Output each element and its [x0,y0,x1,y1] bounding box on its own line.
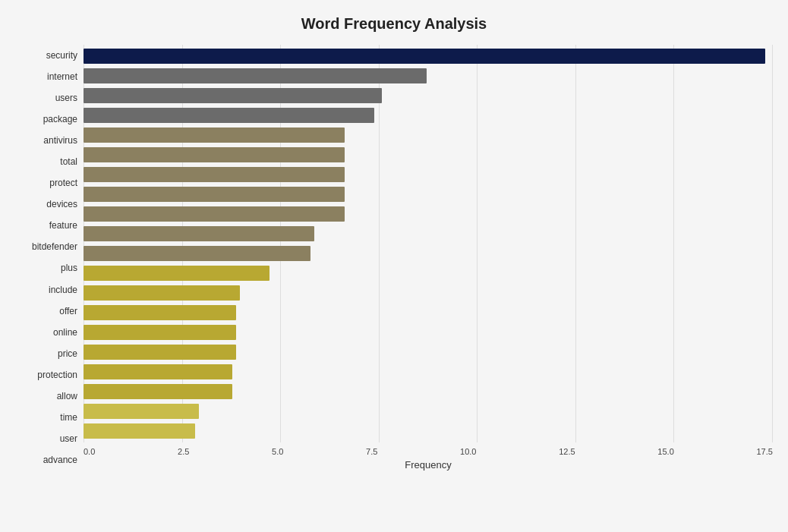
bar-row [84,185,773,203]
y-labels: securityinternetuserspackageantivirustot… [15,45,84,471]
bar [84,226,314,241]
x-axis-label: Frequency [84,459,773,471]
bar-row [84,304,773,322]
bar [84,285,240,301]
y-label: feature [15,215,77,236]
bar [84,325,236,340]
y-label: include [15,279,77,301]
bar-row [84,225,773,243]
y-label: user [15,428,77,449]
x-tick: 12.5 [559,447,575,456]
bar [84,384,232,399]
bar-row [84,244,773,263]
bar [84,187,345,202]
bar [84,423,195,439]
bar [84,88,382,103]
y-label: internet [15,66,77,87]
x-tick: 10.0 [460,447,476,456]
bar-row [84,126,773,144]
bar-row [84,382,773,401]
chart-area: securityinternetuserspackageantivirustot… [15,45,773,471]
x-tick: 15.0 [657,447,673,456]
bar [84,305,236,320]
bar-row [84,87,773,105]
y-label: users [15,87,77,109]
bar [84,127,345,143]
bar-row [84,402,773,420]
x-axis: 0.02.55.07.510.012.515.017.5 [84,447,773,456]
y-label: total [15,151,77,172]
bar [84,404,199,419]
bar [84,364,232,379]
y-label: protection [15,364,77,386]
chart-title: Word Frequency Analysis [15,15,773,33]
bar [84,147,345,162]
y-label: online [15,322,77,343]
bar [84,49,765,64]
y-label: bitdefender [15,236,77,257]
y-label: package [15,109,77,130]
y-label: security [15,45,77,66]
bars-and-grid: 0.02.55.07.510.012.515.017.5 Frequency [84,45,773,471]
bar-row [84,47,773,65]
x-tick: 5.0 [272,447,283,456]
y-label: protect [15,172,77,194]
x-tick: 2.5 [178,447,189,456]
bar-row [84,284,773,302]
bar [84,68,427,83]
bar [84,167,345,182]
y-label: plus [15,257,77,279]
bar-row [84,343,773,361]
bar [84,345,236,360]
bar-row [84,67,773,85]
bar [84,206,345,222]
y-label: devices [15,194,77,215]
x-tick: 7.5 [366,447,377,456]
bar-row [84,106,773,124]
bar [84,266,269,281]
x-tick: 17.5 [756,447,772,456]
bar-row [84,422,773,440]
y-label: time [15,407,77,428]
bars-container [84,45,773,442]
bar-row [84,323,773,342]
bar-row [84,264,773,282]
grid-and-bars [84,45,773,442]
bar [84,246,310,261]
x-tick: 0.0 [84,447,95,456]
chart-container: Word Frequency Analysis securityinternet… [0,0,788,532]
y-label: price [15,343,77,364]
bar-row [84,205,773,223]
y-label: offer [15,301,77,322]
y-label: antivirus [15,130,77,151]
bar [84,108,374,123]
bar-row [84,363,773,381]
y-label: allow [15,386,77,407]
bar-row [84,146,773,164]
y-label: advance [15,449,77,471]
bar-row [84,165,773,184]
